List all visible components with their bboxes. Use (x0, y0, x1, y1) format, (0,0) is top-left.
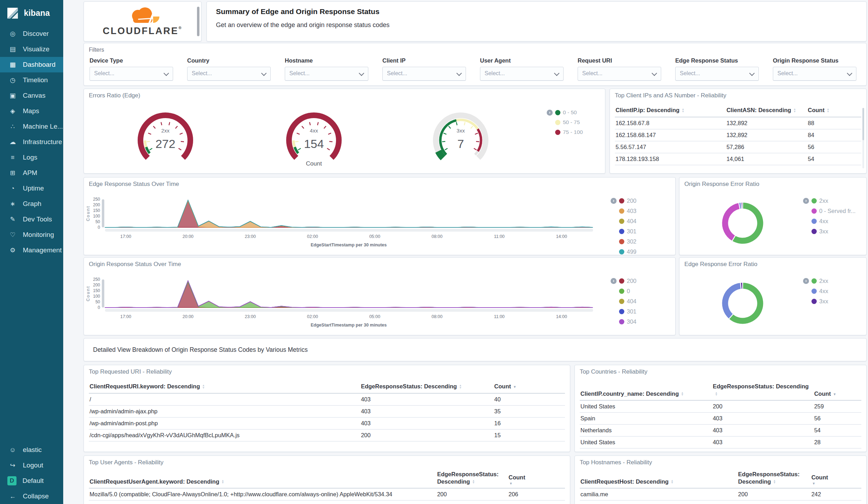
donut-slice-0-served-fr[interactable] (725, 206, 739, 238)
filter-select-edge-response-status[interactable]: Select... (675, 67, 759, 81)
filter-select-country[interactable]: Select... (187, 67, 271, 81)
legend-label: 404 (627, 218, 637, 225)
legend-item-200[interactable]: ›200 (611, 198, 637, 204)
legend-expand-icon[interactable]: › (803, 278, 809, 284)
sidebar-item-visualize[interactable]: ▤Visualize (0, 41, 63, 57)
legend-color-dot (555, 120, 560, 125)
kibana-logo[interactable]: kibana (0, 0, 63, 26)
legend-item-0-served-fr[interactable]: 0 - Served fr... (803, 208, 856, 214)
column-header-count[interactable]: Count▼ (494, 381, 565, 393)
legend-expand-icon[interactable]: › (611, 278, 617, 284)
sidebar-item-default[interactable]: DDefault (0, 473, 63, 489)
filter-select-origin-response-status[interactable]: Select... (773, 67, 856, 81)
x-tick-label: 17:00 (120, 314, 131, 319)
column-header-clientasn-descending[interactable]: ClientASN: Descending▲▼ (726, 104, 807, 117)
legend-item-4xx[interactable]: 4xx (803, 288, 828, 295)
legend-item-2xx[interactable]: ›2xx (803, 198, 856, 204)
column-header-clientip-country-name-descending[interactable]: ClientIP.country_name: Descending▲▼ (580, 381, 712, 400)
filter-select-device-type[interactable]: Select... (90, 67, 173, 81)
sidebar-item-monitoring[interactable]: ♡Monitoring (0, 227, 63, 243)
sidebar-item-maps[interactable]: ◈Maps (0, 103, 63, 119)
area-series-302 (105, 200, 593, 227)
logo-panel-scrollbar[interactable] (197, 7, 199, 36)
filter-field-label: Request URI (578, 57, 661, 64)
maps-icon: ◈ (8, 107, 17, 115)
legend-item-4xx[interactable]: 4xx (803, 218, 856, 225)
legend-item-75-100[interactable]: 75 - 100 (547, 129, 583, 135)
sidebar-item-canvas[interactable]: ▣Canvas (0, 88, 63, 103)
column-header-clientrequesthost-descending[interactable]: ClientRequestHost: Descending▲▼ (580, 469, 737, 488)
legend-item-50-75[interactable]: 50 - 75 (547, 119, 583, 125)
filter-select-client-ip[interactable]: Select... (382, 67, 466, 81)
sidebar-item-discover[interactable]: ◎Discover (0, 26, 63, 41)
legend-color-dot (811, 219, 817, 224)
donut-slice-4xx[interactable] (725, 286, 741, 316)
column-header-clientrequestuseragent-keyword-descending[interactable]: ClientRequestUserAgent.keyword: Descendi… (89, 469, 436, 488)
legend-expand-icon[interactable]: › (803, 198, 809, 204)
y-axis-handle[interactable] (102, 279, 104, 308)
table-scrollbar-thumb[interactable] (862, 108, 864, 140)
filter-select-hostname[interactable]: Select... (285, 67, 368, 81)
legend-item-404[interactable]: 404 (611, 218, 637, 225)
y-axis-handle[interactable] (102, 199, 104, 227)
column-header-count[interactable]: Count▼ (814, 381, 861, 400)
sidebar-item-infrastructure[interactable]: ☁Infrastructure (0, 134, 63, 150)
sidebar-item-apm[interactable]: ⊞APM (0, 165, 63, 181)
y-tick-label: 0 (98, 305, 100, 310)
filter-select-request-uri[interactable]: Select... (578, 67, 661, 81)
filter-select-user-agent[interactable]: Select... (480, 67, 564, 81)
donut-slice-2xx[interactable] (734, 206, 760, 241)
column-header-clientrequesturi-keyword-descending[interactable]: ClientRequestURI.keyword: Descending▲▼ (89, 381, 360, 393)
legend-item-0-50[interactable]: ›0 - 50 (547, 109, 583, 116)
sidebar-item-elastic[interactable]: ☺elastic (0, 442, 63, 458)
sidebar-item-uptime[interactable]: ◔Uptime (0, 181, 63, 196)
sidebar-item-timelion[interactable]: ◷Timelion (0, 72, 63, 88)
x-tick-label: 02:00 (307, 314, 318, 319)
y-tick-label: 250 (93, 197, 100, 202)
dashboard-title: Summary of Edge and Origin Response Stat… (216, 7, 380, 16)
sidebar-item-management[interactable]: ⚙Management (0, 243, 63, 258)
column-header-edgeresponsestatus-descending[interactable]: EdgeResponseStatus: Descending▲▼ (436, 469, 508, 488)
legend-item-499[interactable]: 499 (611, 248, 637, 255)
legend-spacer (611, 309, 617, 315)
legend-item-403[interactable]: 403 (611, 208, 637, 214)
column-header-label: Count (808, 107, 825, 113)
legend-item-200[interactable]: ›200 (611, 278, 637, 284)
legend-item-302[interactable]: 302 (611, 238, 637, 245)
column-header-count[interactable]: Count▲▼ (807, 104, 861, 117)
data-table: ClientRequestURI.keyword: Descending▲▼Ed… (89, 381, 565, 441)
column-header-label: EdgeResponseStatus: Descending (738, 471, 800, 485)
legend-expand-icon[interactable]: › (611, 198, 617, 204)
area-series-200 (105, 201, 593, 227)
panel-edge-response-over-time: Edge Response Status Over Time 050100150… (84, 177, 676, 255)
sidebar-item-logout[interactable]: ↪Logout (0, 458, 63, 473)
sidebar-item-dashboard[interactable]: ▦Dashboard (0, 57, 63, 72)
legend-item-0[interactable]: 0 (611, 288, 637, 295)
legend-item-301[interactable]: 301 (611, 228, 637, 235)
sidebar-spacer (0, 258, 63, 442)
legend-item-404[interactable]: 404 (611, 298, 637, 305)
legend-item-304[interactable]: 304 (611, 318, 637, 325)
column-header-clientip-ip-descending[interactable]: ClientIP.ip: Descending▲▼ (615, 104, 726, 117)
legend-item-3xx[interactable]: 3xx (803, 298, 828, 305)
column-header-edgeresponsestatus-descending[interactable]: EdgeResponseStatus: Descending▲▼ (737, 469, 811, 488)
column-header-count[interactable]: Count▼ (508, 469, 565, 488)
time-axis-band[interactable] (105, 229, 593, 232)
sidebar-item-logs[interactable]: ≡Logs (0, 150, 63, 165)
column-header-count[interactable]: Count▼ (811, 469, 861, 488)
sidebar-item-graph[interactable]: ∗Graph (0, 196, 63, 212)
legend-color-dot (619, 249, 624, 254)
legend-item-2xx[interactable]: ›2xx (803, 278, 828, 284)
column-header-edgeresponsestatus-descending[interactable]: EdgeResponseStatus: Descending▲▼ (712, 381, 814, 400)
donut-slice-2xx[interactable] (731, 286, 760, 321)
legend-item-301[interactable]: 301 (611, 308, 637, 315)
sidebar-item-dev-tools[interactable]: ✎Dev Tools (0, 212, 63, 227)
table-row: /wp-admin/admin-ajax.php40335 (89, 405, 565, 417)
sidebar-item-machine-le[interactable]: ∴Machine Le... (0, 119, 63, 134)
legend-expand-icon[interactable]: › (547, 110, 553, 116)
time-axis-band[interactable] (105, 309, 593, 312)
sidebar-item-collapse[interactable]: ←Collapse (0, 489, 63, 504)
column-header-edgeresponsestatus-descending[interactable]: EdgeResponseStatus: Descending▲▼ (360, 381, 494, 393)
legend-item-3xx[interactable]: 3xx (803, 228, 856, 235)
column-header-label: ClientIP.ip: Descending (616, 107, 679, 113)
